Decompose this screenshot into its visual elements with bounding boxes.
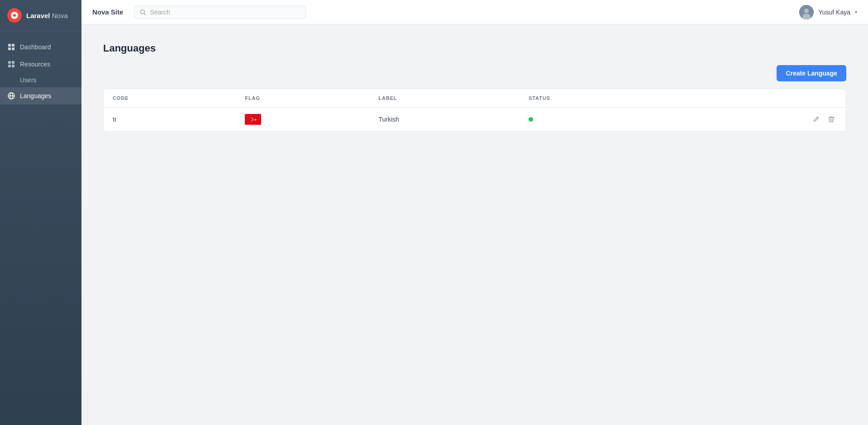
row-actions bbox=[682, 114, 837, 125]
svg-point-15 bbox=[804, 9, 809, 13]
sidebar-logo[interactable]: Laravel Nova bbox=[0, 0, 81, 31]
sidebar-item-languages[interactable]: Languages bbox=[0, 87, 81, 104]
col-actions bbox=[673, 89, 846, 108]
col-status: STATUS bbox=[520, 89, 673, 108]
logo-icon bbox=[7, 8, 22, 23]
sidebar-nav: Dashboard Resources Users bbox=[0, 31, 81, 425]
sidebar-item-resources[interactable]: Resources bbox=[0, 56, 81, 73]
cell-label: Turkish bbox=[370, 108, 520, 132]
svg-rect-8 bbox=[12, 65, 14, 67]
svg-rect-7 bbox=[8, 65, 11, 67]
svg-rect-1 bbox=[8, 44, 11, 47]
table-row: tr Turkish bbox=[104, 108, 846, 132]
chevron-down-icon: ▾ bbox=[855, 9, 857, 14]
svg-rect-2 bbox=[12, 44, 14, 47]
table-header: CODE FLAG LABEL STATUS bbox=[104, 89, 846, 108]
svg-rect-3 bbox=[8, 47, 11, 50]
turkish-flag bbox=[245, 114, 261, 125]
page-title: Languages bbox=[103, 42, 846, 54]
status-active-dot bbox=[529, 117, 533, 122]
languages-table-container: CODE FLAG LABEL STATUS bbox=[103, 89, 846, 132]
avatar bbox=[799, 5, 814, 19]
user-menu[interactable]: Yusuf Kaya ▾ bbox=[799, 5, 857, 19]
page-content: Languages Create Language CODE FLAG LABE… bbox=[81, 24, 868, 425]
sidebar: Laravel Nova Dashboard bbox=[0, 0, 81, 425]
search-input[interactable] bbox=[150, 9, 300, 16]
sidebar-item-dashboard-label: Dashboard bbox=[20, 43, 51, 51]
svg-rect-6 bbox=[12, 61, 14, 64]
dashboard-icon bbox=[7, 43, 15, 51]
languages-table: CODE FLAG LABEL STATUS bbox=[104, 89, 846, 131]
svg-rect-5 bbox=[8, 61, 11, 64]
col-code: CODE bbox=[104, 89, 236, 108]
sidebar-item-users-label: Users bbox=[20, 76, 37, 84]
sidebar-item-dashboard[interactable]: Dashboard bbox=[0, 38, 81, 56]
sidebar-item-languages-label: Languages bbox=[20, 92, 51, 99]
site-name: Nova Site bbox=[92, 8, 123, 16]
topbar: Nova Site Yusuf Kaya ▾ bbox=[81, 0, 868, 24]
sidebar-item-users[interactable]: Users bbox=[0, 73, 81, 87]
main-area: Nova Site Yusuf Kaya ▾ La bbox=[81, 0, 868, 425]
cell-status bbox=[520, 108, 673, 132]
svg-rect-4 bbox=[12, 47, 14, 50]
edit-button[interactable] bbox=[811, 114, 821, 125]
sidebar-item-resources-label: Resources bbox=[20, 61, 50, 68]
create-language-button[interactable]: Create Language bbox=[777, 65, 846, 81]
page-actions: Create Language bbox=[103, 65, 846, 81]
languages-icon bbox=[7, 92, 15, 100]
search-box[interactable] bbox=[134, 5, 306, 19]
cell-flag bbox=[236, 108, 369, 132]
resources-icon bbox=[7, 60, 15, 68]
cell-actions bbox=[673, 108, 846, 132]
username: Yusuf Kaya bbox=[818, 9, 850, 16]
col-flag: FLAG bbox=[236, 89, 369, 108]
delete-button[interactable] bbox=[826, 114, 837, 125]
search-icon bbox=[140, 9, 146, 15]
svg-line-13 bbox=[144, 13, 146, 15]
cell-code: tr bbox=[104, 108, 236, 132]
table-body: tr Turkish bbox=[104, 108, 846, 132]
brand-name: Laravel Nova bbox=[26, 12, 68, 19]
col-label: LABEL bbox=[370, 89, 520, 108]
